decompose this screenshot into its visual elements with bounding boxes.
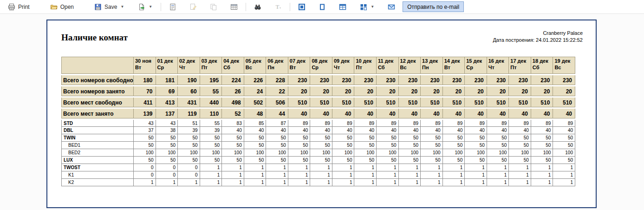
value-cell: 0 [178, 171, 200, 179]
value-cell: 100 [442, 149, 465, 157]
open-label: Open [60, 4, 74, 10]
value-cell: 20 [487, 86, 509, 97]
open-button[interactable]: Open [47, 2, 77, 12]
value-cell: 40 [310, 127, 332, 134]
text-find-button[interactable]: T [272, 1, 285, 13]
page-setup-button[interactable] [166, 1, 179, 13]
detail-row: LUX5050505050505050505050505050505050505… [62, 157, 575, 164]
value-cell: 100 [266, 149, 288, 157]
value-cell: 50 [266, 134, 288, 142]
value-cell: 1 [465, 164, 487, 171]
detail-row: K211111111111111111111 [62, 179, 575, 186]
value-cell: 89 [442, 119, 465, 127]
detail-row: K100011111111111111111 [62, 171, 575, 179]
send-email-button[interactable]: Отправить по e-mail [403, 1, 464, 12]
value-cell: 1 [244, 171, 266, 179]
value-cell: 50 [266, 157, 288, 164]
multi-page-button[interactable]: ▼ [357, 2, 377, 12]
value-cell: 40 [354, 127, 377, 134]
value-cell: 506 [266, 97, 288, 108]
value-cell: 89 [398, 119, 421, 127]
save-button[interactable]: Save ▼ [91, 2, 127, 12]
value-cell: 230 [531, 75, 553, 86]
edit-page-button[interactable] [187, 1, 200, 13]
value-cell: 230 [421, 75, 443, 86]
value-cell: 50 [310, 157, 332, 164]
separator [290, 3, 290, 11]
table-view-button[interactable] [336, 1, 349, 13]
value-cell: 85 [244, 119, 266, 127]
value-cell: 40 [442, 127, 465, 134]
value-cell: 1 [244, 179, 266, 186]
value-cell: 20 [465, 86, 487, 97]
value-cell: 1 [531, 179, 553, 186]
watermark-button[interactable] [228, 1, 241, 13]
value-cell: 20 [310, 86, 332, 97]
value-cell: 1 [398, 164, 421, 171]
value-cell: 89 [553, 119, 575, 127]
send-email-label: Отправить по e-mail [407, 4, 459, 10]
value-cell: 40 [531, 108, 553, 119]
value-cell: 50 [465, 142, 487, 149]
value-cell: 510 [354, 97, 377, 108]
value-cell: 1 [442, 179, 465, 186]
date-header-cell: 01 декСр [156, 57, 178, 75]
export-button[interactable]: ▼ [135, 2, 156, 12]
value-cell: 510 [531, 97, 553, 108]
value-cell: 40 [288, 108, 310, 119]
value-cell: 100 [509, 149, 531, 157]
value-cell: 100 [377, 149, 399, 157]
value-cell: 50 [200, 157, 222, 164]
value-cell: 1 [222, 179, 244, 186]
page-width-button[interactable] [295, 1, 308, 13]
value-cell: 40 [487, 108, 509, 119]
copy-page-button[interactable] [207, 1, 220, 13]
value-cell: 89 [354, 119, 377, 127]
print-button[interactable]: Print [5, 2, 33, 12]
whole-page-icon [319, 3, 326, 11]
value-cell: 1 [244, 164, 266, 171]
whole-page-button[interactable] [316, 1, 329, 13]
date-header-cell: 03 декПт [200, 57, 222, 75]
value-cell: 50 [398, 142, 421, 149]
value-cell: 40 [531, 127, 553, 134]
value-cell: 1 [442, 171, 465, 179]
open-folder-icon [50, 3, 58, 11]
value-cell: 1 [266, 171, 288, 179]
value-cell: 510 [509, 97, 531, 108]
separator [161, 3, 161, 11]
value-cell: 50 [531, 157, 553, 164]
value-cell: 139 [134, 108, 156, 119]
value-cell: 22 [266, 86, 288, 97]
value-cell: 40 [332, 108, 354, 119]
row-label: DBL [62, 127, 134, 134]
value-cell: 50 [332, 157, 354, 164]
value-cell: 413 [156, 97, 178, 108]
value-cell: 1 [398, 171, 421, 179]
svg-text:T: T [276, 3, 280, 10]
value-cell: 1 [266, 164, 288, 171]
find-button[interactable] [251, 1, 264, 13]
value-cell: 43 [134, 119, 156, 127]
value-cell: 1 [310, 171, 332, 179]
value-cell: 1 [354, 171, 377, 179]
value-cell: 50 [531, 142, 553, 149]
value-cell: 20 [377, 86, 399, 97]
find-icon [254, 3, 261, 11]
watermark-icon [230, 3, 238, 11]
value-cell: 1 [465, 179, 487, 186]
value-cell: 24 [244, 86, 266, 97]
report-header: Наличие комнат Cranberry Palace Дата пос… [47, 20, 596, 43]
date-header-cell: 05 декВс [244, 57, 266, 75]
value-cell: 510 [487, 97, 509, 108]
value-cell: 50 [421, 157, 443, 164]
value-cell: 89 [421, 119, 443, 127]
value-cell: 50 [310, 142, 332, 149]
multi-page-icon [360, 3, 367, 11]
value-cell: 20 [421, 86, 443, 97]
row-label: Всего мест свободно [62, 97, 134, 108]
value-cell: 1 [288, 164, 310, 171]
value-cell: 50 [509, 142, 531, 149]
value-cell: 50 [288, 157, 310, 164]
email-icon-button[interactable] [385, 1, 398, 13]
